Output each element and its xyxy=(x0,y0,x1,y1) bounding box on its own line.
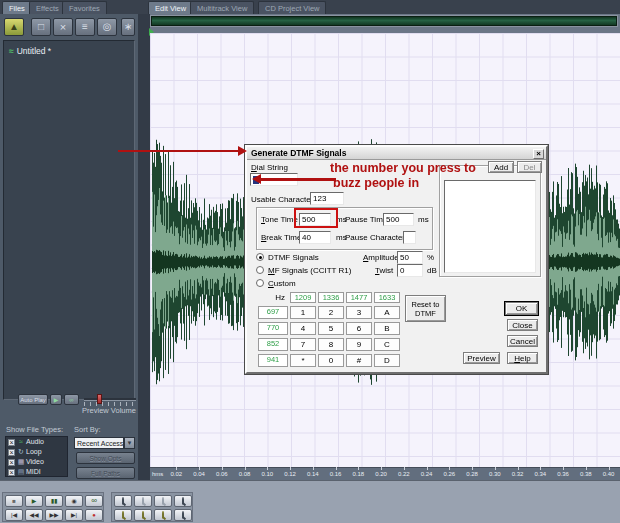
del-preset-button[interactable]: Del xyxy=(517,161,542,173)
insert-cd-button[interactable]: ◎ xyxy=(97,18,117,36)
col-freq[interactable]: 1209 xyxy=(290,292,316,303)
col-freq[interactable]: 1477 xyxy=(346,292,372,303)
play-button[interactable]: ▶ xyxy=(25,495,43,507)
close-file-button[interactable]: × xyxy=(53,18,73,36)
pause-character-input[interactable] xyxy=(403,231,416,244)
twist-label: Twist xyxy=(375,266,393,275)
pause-time-input[interactable]: 500 xyxy=(383,213,414,226)
file-type-video[interactable]: ×▦Video xyxy=(8,457,67,467)
dialog-title[interactable]: Generate DTMF Signals xyxy=(247,147,546,160)
keypad-key-hash[interactable]: # xyxy=(346,354,372,367)
help-button[interactable]: Help xyxy=(507,352,538,364)
import-file-icon: ▲ xyxy=(9,21,19,32)
row-freq[interactable]: 852 xyxy=(258,338,288,351)
close-button[interactable]: Close xyxy=(507,319,538,331)
full-paths-button[interactable]: Full Paths xyxy=(76,467,135,479)
zoom-to-selection-button[interactable] xyxy=(174,495,192,507)
ok-button[interactable]: OK xyxy=(505,302,538,315)
tab-favorites[interactable]: Favorites xyxy=(62,1,107,14)
record-button[interactable]: ● xyxy=(85,509,103,521)
twist-input[interactable]: 0 xyxy=(397,264,423,277)
preview-volume-handle[interactable] xyxy=(97,394,102,404)
keypad-key-5[interactable]: 5 xyxy=(318,322,344,335)
tab-effects[interactable]: Effects xyxy=(29,1,66,14)
row-freq[interactable]: 697 xyxy=(258,306,288,319)
zoom-vertical-button[interactable] xyxy=(174,509,192,521)
rewind-button[interactable]: ◀◀ xyxy=(25,509,43,521)
preview-volume-slider[interactable] xyxy=(84,398,136,401)
sort-by-select[interactable]: Recent Access xyxy=(74,437,124,449)
keypad-key-B[interactable]: B xyxy=(374,322,400,335)
midi-checkbox[interactable]: × xyxy=(8,469,15,476)
keypad-key-1[interactable]: 1 xyxy=(290,306,316,319)
go-to-start-icon: |◀ xyxy=(11,512,17,518)
play-from-cursor-button[interactable]: ◉ xyxy=(65,495,83,507)
add-preset-button[interactable]: Add xyxy=(488,161,514,173)
tab-multitrack-view[interactable]: Multitrack View xyxy=(190,1,254,14)
keypad-key-8[interactable]: 8 xyxy=(318,338,344,351)
keypad-key-2[interactable]: 2 xyxy=(318,306,344,319)
options-button[interactable]: ∗ xyxy=(121,18,135,36)
keypad-key-9[interactable]: 9 xyxy=(346,338,372,351)
loop-checkbox[interactable]: × xyxy=(8,449,15,456)
audio-checkbox[interactable]: × xyxy=(8,439,15,446)
keypad-key-7[interactable]: 7 xyxy=(290,338,316,351)
preview-loop-button[interactable]: ∞ xyxy=(64,394,79,405)
keypad-key-star[interactable]: * xyxy=(290,354,316,367)
keypad-key-4[interactable]: 4 xyxy=(290,322,316,335)
preview-button[interactable]: Preview xyxy=(463,352,500,364)
zoom-out-button[interactable] xyxy=(134,495,152,507)
tab-edit-view[interactable]: Edit View xyxy=(148,1,193,14)
break-time-input[interactable]: 40 xyxy=(299,231,331,244)
keypad-key-0[interactable]: 0 xyxy=(318,354,344,367)
new-file-button[interactable]: □ xyxy=(31,18,51,36)
keypad-key-3[interactable]: 3 xyxy=(346,306,372,319)
keypad-key-C[interactable]: C xyxy=(374,338,400,351)
amplitude-input[interactable]: 50 xyxy=(397,251,423,264)
mf-signals-radio[interactable] xyxy=(256,266,264,274)
overview-navigator-bar[interactable] xyxy=(150,15,618,27)
zoom-in-horizontal-button[interactable] xyxy=(114,509,132,521)
row-freq[interactable]: 770 xyxy=(258,322,288,335)
presets-list[interactable] xyxy=(444,180,536,273)
keypad-key-A[interactable]: A xyxy=(374,306,400,319)
panel-splitter[interactable] xyxy=(138,14,150,480)
file-type-audio[interactable]: ×≈Audio xyxy=(8,437,67,447)
list-item[interactable]: ≈Untitled * xyxy=(9,46,51,56)
file-type-loop[interactable]: ×↻Loop xyxy=(8,447,67,457)
close-icon[interactable]: × xyxy=(533,149,544,159)
fast-forward-button[interactable]: ▶▶ xyxy=(45,509,63,521)
zoom-in-button[interactable] xyxy=(114,495,132,507)
col-freq[interactable]: 1336 xyxy=(318,292,344,303)
chevron-down-icon[interactable]: ▼ xyxy=(124,437,135,449)
row-freq[interactable]: 941 xyxy=(258,354,288,367)
tab-files[interactable]: Files xyxy=(2,1,32,14)
cancel-button[interactable]: Cancel xyxy=(507,335,538,347)
keypad-key-6[interactable]: 6 xyxy=(346,322,372,335)
reset-to-dtmf-button[interactable]: Reset to DTMF xyxy=(405,295,446,322)
files-panel: ▲ □ × ≡ ◎ ∗ ≈Untitled * Auto Play ▶ ∞ Pr… xyxy=(0,14,138,480)
preview-play-button[interactable]: ▶ xyxy=(50,394,62,405)
file-type-midi[interactable]: ×▤MIDI xyxy=(8,467,67,477)
video-checkbox[interactable]: × xyxy=(8,459,15,466)
zoom-right-edge-button[interactable] xyxy=(154,509,172,521)
pause-button[interactable]: ▮▮ xyxy=(45,495,63,507)
show-opts-button[interactable]: Show Opts xyxy=(76,452,135,464)
timeline-ruler[interactable]: hms 0.02 0.04 0.06 0.08 0.10 0.12 0.14 0… xyxy=(150,467,620,480)
stop-button[interactable]: ■ xyxy=(5,495,23,507)
import-file-button[interactable]: ▲ xyxy=(4,18,24,36)
go-to-start-button[interactable]: |◀ xyxy=(5,509,23,521)
col-freq[interactable]: 1633 xyxy=(374,292,400,303)
custom-radio[interactable] xyxy=(256,279,264,287)
keypad-key-D[interactable]: D xyxy=(374,354,400,367)
auto-play-button[interactable]: Auto Play xyxy=(18,394,48,405)
go-to-end-button[interactable]: ▶| xyxy=(65,509,83,521)
zoom-full-button[interactable] xyxy=(154,495,172,507)
zoom-left-edge-button[interactable] xyxy=(134,509,152,521)
usable-characters-input[interactable]: 123 xyxy=(310,192,344,205)
insert-multitrack-button[interactable]: ≡ xyxy=(75,18,95,36)
tab-cd-project-view[interactable]: CD Project View xyxy=(258,1,326,14)
play-looped-button[interactable]: ∞ xyxy=(85,495,103,507)
file-list[interactable]: ≈Untitled * xyxy=(3,40,135,400)
dtmf-signals-radio[interactable] xyxy=(256,253,264,261)
